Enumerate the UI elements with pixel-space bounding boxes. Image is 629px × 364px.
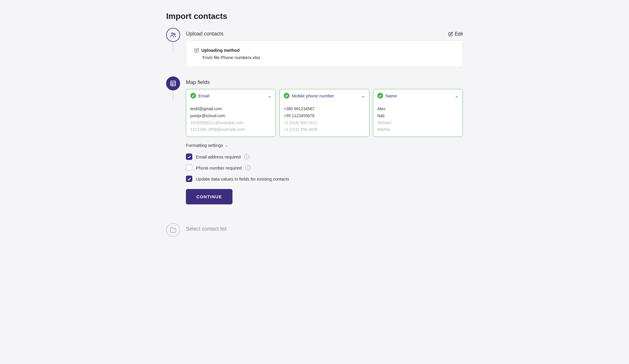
email-row-2: postpr@icloud.com	[190, 113, 271, 119]
svg-point-0	[172, 33, 173, 35]
continue-button[interactable]: CONTINUE	[186, 189, 232, 204]
step2-row: Map fields Email	[166, 76, 463, 223]
step2-label: Map fields	[186, 76, 463, 85]
formatting-settings-toggle[interactable]: Formatting settings ⌄	[186, 143, 463, 148]
email-col-header[interactable]: Email ⌄	[186, 89, 276, 102]
svg-point-1	[174, 33, 175, 35]
step1-label: Upload contacts Edit	[186, 28, 463, 37]
update-data-checkbox-row: Update data values in fields for existin…	[186, 176, 463, 182]
check-icon-2	[187, 177, 191, 181]
email-row-4: 1212258-2858@example.com	[190, 126, 271, 133]
step1-connector-line	[173, 43, 173, 52]
upload-method-value: From file Phone numbers.xlsx	[194, 55, 454, 60]
page-title: Import contacts	[166, 12, 463, 21]
formatting-chevron-icon: ⌄	[225, 143, 228, 147]
name-field-col: Name ⌄ Alex Nati Richard Martha	[373, 89, 463, 137]
email-required-info-icon[interactable]: i	[244, 154, 249, 159]
email-required-checkbox-row: Email address required i	[186, 154, 463, 160]
name-row-4: Martha	[377, 126, 459, 133]
email-field-col: Email ⌄ test0@gmail.com postpr@icloud.co…	[186, 89, 276, 137]
email-chevron-icon: ⌄	[268, 93, 271, 99]
upload-card: Uploading method From file Phone numbers…	[186, 40, 463, 67]
field-columns: Email ⌄ test0@gmail.com postpr@icloud.co…	[186, 89, 463, 137]
phone-row-3: +1 (515) 555-0111	[284, 119, 365, 126]
step3-icon-col	[166, 223, 180, 237]
email-check-icon	[190, 93, 196, 99]
name-chevron-icon: ⌄	[455, 93, 459, 99]
step2-connector-line	[173, 92, 173, 100]
step3-label: Select contact list	[186, 223, 463, 232]
email-col-data: test0@gmail.com postpr@icloud.com 151555…	[186, 102, 276, 137]
phone-field-col: Mobile phone number ⌄ +380 661234567 +55…	[279, 89, 369, 137]
email-required-checkbox[interactable]	[186, 154, 192, 160]
name-col-data: Alex Nati Richard Martha	[373, 102, 463, 137]
folder-icon	[170, 227, 176, 233]
email-row-3: 15155550111@example.com	[190, 119, 271, 126]
edit-button[interactable]: Edit	[448, 31, 463, 37]
phone-col-header[interactable]: Mobile phone number ⌄	[280, 89, 369, 102]
name-check-icon	[377, 93, 383, 99]
edit-small-icon	[194, 48, 199, 53]
edit-icon	[448, 32, 453, 36]
email-row-1: test0@gmail.com	[190, 106, 271, 113]
name-row-1: Alex	[377, 106, 459, 113]
phone-required-checkbox[interactable]	[186, 165, 192, 171]
svg-rect-2	[171, 81, 176, 86]
step3-row: Select contact list	[166, 223, 463, 245]
step1-icon-col	[166, 28, 180, 53]
step2-circle	[166, 76, 180, 90]
step3-circle	[166, 223, 180, 237]
users-icon	[170, 32, 176, 38]
step2-content: Map fields Email	[186, 76, 463, 223]
step1-content: Upload contacts Edit Uploading method	[186, 28, 463, 76]
phone-required-checkbox-row: Phone number required i	[186, 165, 463, 171]
upload-method-label: Uploading method	[194, 48, 454, 53]
name-row-2: Nati	[377, 113, 459, 119]
step1-row: Upload contacts Edit Uploading method	[166, 28, 463, 76]
check-icon	[187, 155, 191, 159]
name-col-header[interactable]: Name ⌄	[373, 89, 463, 102]
phone-row-4: +1 (212) 258-2858	[284, 126, 365, 133]
phone-col-data: +380 661234567 +55 1123455678 +1 (515) 5…	[280, 102, 369, 137]
phone-row-2: +55 1123455678	[284, 113, 365, 119]
phone-row-1: +380 661234567	[284, 106, 365, 113]
step2-icon-col	[166, 76, 180, 101]
name-row-3: Richard	[377, 119, 459, 126]
table-icon	[170, 80, 176, 87]
phone-required-info-icon[interactable]: i	[245, 165, 250, 170]
update-data-checkbox[interactable]	[186, 176, 192, 182]
step3-content: Select contact list	[186, 223, 463, 245]
step1-circle	[166, 28, 180, 42]
phone-chevron-icon: ⌄	[361, 93, 365, 99]
phone-check-icon	[284, 93, 289, 99]
